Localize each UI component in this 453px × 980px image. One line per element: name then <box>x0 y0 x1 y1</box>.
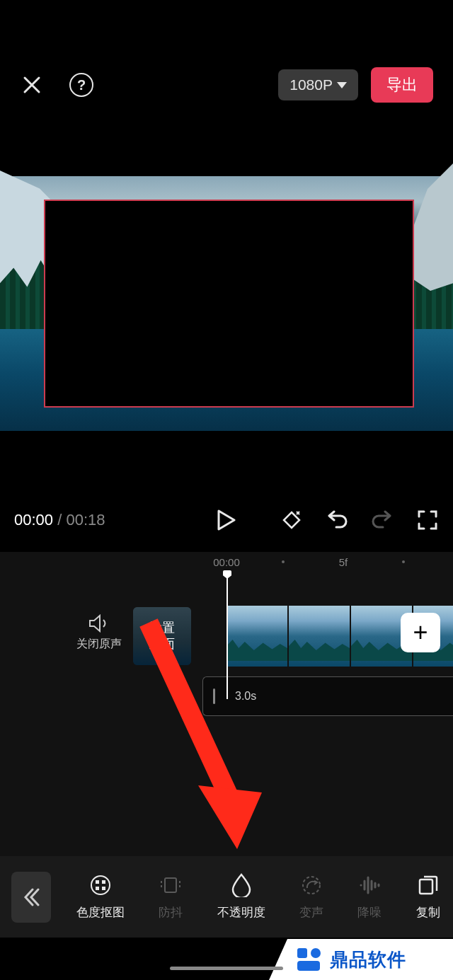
tool-voice[interactable]: 变声 <box>299 873 323 921</box>
ruler-mark-1: 5f <box>339 556 348 568</box>
tool-stable[interactable]: 防抖 <box>159 873 183 921</box>
set-cover-button[interactable]: 设置 封面 <box>133 607 191 665</box>
tool-list: 色度抠图 防抖 不透明度 变声 降 <box>51 873 453 921</box>
playback-controls: 00:00 / 00:18 <box>0 502 453 538</box>
svg-point-9 <box>311 948 321 958</box>
time-display: 00:00 / 00:18 <box>14 511 105 529</box>
opacity-icon <box>229 873 253 897</box>
resolution-label: 1080P <box>289 76 333 93</box>
tool-opacity[interactable]: 不透明度 <box>217 873 265 921</box>
tool-denoise[interactable]: 降噪 <box>357 873 382 921</box>
redo-icon <box>372 510 393 530</box>
back-button[interactable] <box>11 872 51 923</box>
tracks-area[interactable]: 关闭原声 设置 封面 + 3.0s <box>0 572 453 699</box>
play-icon <box>217 509 236 531</box>
home-indicator <box>170 967 283 970</box>
tool-label: 变声 <box>299 904 323 921</box>
bottom-toolbar: 色度抠图 防抖 不透明度 变声 降 <box>0 856 453 938</box>
chevron-down-icon <box>337 82 347 88</box>
resolution-button[interactable]: 1080P <box>278 69 358 100</box>
svg-rect-2 <box>102 880 105 884</box>
copy-icon <box>416 873 440 897</box>
brand-icon <box>294 945 323 974</box>
tool-copy[interactable]: 复制 <box>416 873 440 921</box>
speaker-icon <box>88 614 110 633</box>
playhead[interactable] <box>226 572 228 699</box>
watermark: 鼎品软件 <box>269 939 453 980</box>
voice-icon <box>299 873 323 897</box>
denoise-icon <box>357 873 382 897</box>
undo-button[interactable] <box>326 509 348 531</box>
question-icon: ? <box>77 77 86 93</box>
svg-rect-7 <box>420 880 432 894</box>
watermark-text: 鼎品软件 <box>330 947 406 972</box>
clip-thumb[interactable] <box>289 606 350 667</box>
fullscreen-button[interactable] <box>416 509 439 531</box>
help-button[interactable]: ? <box>69 73 93 97</box>
add-clip-button[interactable]: + <box>401 613 440 652</box>
drag-handle-icon[interactable] <box>213 688 215 704</box>
ruler-mark-0: 00:00 <box>213 556 240 568</box>
svg-rect-5 <box>165 878 176 892</box>
svg-rect-10 <box>297 961 320 971</box>
set-cover-label: 设置 封面 <box>149 620 175 653</box>
svg-rect-3 <box>96 887 99 890</box>
export-label: 导出 <box>386 76 418 93</box>
svg-point-0 <box>91 876 110 894</box>
tool-label: 不透明度 <box>217 904 265 921</box>
stable-icon <box>159 873 183 897</box>
keyframe-icon <box>281 509 302 531</box>
tool-label: 色度抠图 <box>76 904 125 921</box>
close-button[interactable] <box>20 73 44 97</box>
time-ruler[interactable]: 00:00 5f <box>0 552 453 572</box>
overlay-track[interactable]: 3.0s <box>202 676 453 716</box>
video-preview[interactable] <box>0 176 453 431</box>
time-total: 00:18 <box>66 511 105 529</box>
tool-chroma[interactable]: 色度抠图 <box>76 873 125 921</box>
time-current: 00:00 <box>14 511 53 529</box>
svg-rect-8 <box>297 948 307 958</box>
keyframe-button[interactable] <box>280 509 303 531</box>
clip-duration: 3.0s <box>235 690 256 703</box>
export-button[interactable]: 导出 <box>371 67 433 103</box>
fullscreen-icon <box>418 510 437 530</box>
redo-button[interactable] <box>371 509 394 531</box>
tool-label: 防抖 <box>159 904 183 921</box>
undo-icon <box>326 510 348 530</box>
plus-icon: + <box>413 618 428 647</box>
chroma-icon <box>88 873 113 897</box>
clip-thumb[interactable] <box>226 606 287 667</box>
tool-label: 复制 <box>416 904 440 921</box>
play-button[interactable] <box>215 509 238 531</box>
top-bar: ? 1080P 导出 <box>0 67 453 103</box>
timeline[interactable]: 00:00 5f 关闭原声 设置 封面 + 3.0s <box>0 552 453 856</box>
mute-label: 关闭原声 <box>76 637 122 652</box>
mute-button[interactable]: 关闭原声 <box>76 614 122 652</box>
svg-point-6 <box>303 877 320 894</box>
tool-label: 降噪 <box>357 904 382 921</box>
svg-rect-1 <box>96 880 99 884</box>
chevron-left-icon <box>23 888 40 906</box>
close-icon <box>22 75 42 95</box>
overlay-clip-frame[interactable] <box>44 200 414 408</box>
svg-rect-4 <box>102 887 105 890</box>
